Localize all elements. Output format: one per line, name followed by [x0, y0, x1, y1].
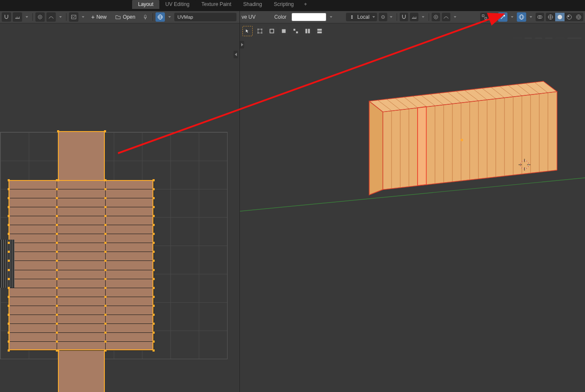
viewport-header: ve UV Color Local — [240, 11, 585, 23]
retopo-dropdown[interactable] — [490, 13, 496, 21]
vp-falloff-icon[interactable] — [442, 13, 450, 21]
vp-snap-increment-icon[interactable] — [410, 13, 418, 21]
vp-prop-edit-icon[interactable] — [432, 13, 440, 21]
shading-wireframe[interactable] — [546, 13, 555, 21]
shading-solid[interactable] — [555, 13, 565, 21]
svg-point-20 — [519, 15, 524, 20]
svg-point-25 — [558, 15, 562, 20]
gizmo-toggle-1[interactable] — [498, 12, 507, 22]
svg-rect-18 — [482, 15, 484, 17]
color-dropdown[interactable] — [328, 13, 334, 21]
shading-mode-group — [546, 13, 583, 21]
uvmap-field[interactable]: UVMap — [174, 13, 236, 21]
svg-point-27 — [568, 16, 570, 17]
gizmo-1-dropdown[interactable] — [509, 13, 515, 21]
new-image-button[interactable]: +New — [88, 13, 110, 21]
tab-scripting[interactable]: Scripting — [268, 0, 300, 9]
world-uv-icon[interactable] — [156, 12, 165, 22]
tab-layout[interactable]: Layout — [132, 0, 159, 9]
falloff-icon[interactable] — [46, 12, 56, 22]
vp-magnet-icon[interactable] — [400, 13, 408, 21]
pin-icon[interactable] — [141, 12, 150, 22]
shading-material[interactable] — [565, 13, 574, 21]
prop-edit-icon[interactable] — [35, 12, 45, 22]
svg-point-31 — [257, 29, 259, 30]
image-mode-dropdown[interactable] — [80, 13, 86, 21]
snap-increment-icon[interactable] — [13, 12, 22, 22]
color-swatch[interactable] — [291, 13, 326, 21]
svg-rect-30 — [258, 29, 262, 33]
svg-point-29 — [577, 16, 579, 18]
retopo-icon[interactable] — [480, 13, 489, 21]
svg-point-90 — [461, 139, 463, 141]
pane-collapse-handle[interactable] — [233, 51, 238, 58]
open-image-button[interactable]: Open — [112, 13, 138, 21]
world-uv-dropdown[interactable] — [167, 13, 173, 21]
svg-point-34 — [261, 32, 262, 34]
pivot-icon[interactable] — [379, 13, 387, 21]
svg-point-26 — [567, 15, 572, 20]
svg-point-32 — [261, 29, 262, 30]
workspace-tabs: Layout UV Editing Texture Paint Shading … — [0, 0, 585, 9]
gizmo-toggle-2[interactable] — [517, 12, 526, 22]
svg-rect-35 — [270, 29, 274, 33]
shading-rendered[interactable] — [574, 13, 583, 21]
svg-rect-39 — [305, 29, 307, 34]
svg-rect-42 — [317, 31, 322, 33]
viewport-3d-scene — [240, 39, 585, 392]
uv-island-bot[interactable] — [58, 350, 105, 392]
add-workspace-button[interactable]: + — [300, 0, 311, 9]
live-uv-label: ve UV — [242, 13, 259, 21]
select-mode-island2[interactable] — [303, 26, 312, 36]
svg-point-33 — [257, 32, 259, 34]
select-mode-vertex[interactable] — [255, 26, 265, 36]
svg-rect-38 — [296, 31, 298, 33]
viewport-pane: ve UV Color Local — [239, 11, 585, 392]
svg-marker-87 — [418, 106, 426, 185]
select-mode-edge[interactable] — [267, 26, 277, 36]
tab-texture-paint[interactable]: Texture Paint — [196, 0, 237, 9]
image-mode-icon[interactable] — [69, 12, 78, 22]
pane-expand-handle[interactable] — [240, 41, 244, 49]
pivot-dropdown[interactable] — [388, 13, 394, 21]
orientation-dropdown[interactable]: Local — [346, 13, 377, 21]
svg-point-17 — [435, 17, 437, 18]
viewport-canvas[interactable] — [240, 39, 585, 392]
select-tool-icon[interactable] — [242, 26, 253, 36]
svg-rect-37 — [294, 29, 295, 31]
tab-shading[interactable]: Shading — [237, 0, 268, 9]
select-mode-face[interactable] — [279, 26, 288, 36]
svg-point-28 — [576, 15, 581, 20]
magnet-icon[interactable] — [2, 12, 11, 22]
uv-canvas[interactable] — [0, 23, 239, 392]
uv-island-top[interactable] — [58, 131, 105, 180]
color-label: Color — [271, 13, 290, 21]
uv-island-mid[interactable] — [9, 180, 153, 350]
svg-point-15 — [383, 17, 383, 17]
svg-rect-19 — [485, 17, 487, 19]
uv-editor-pane: +New Open UVMap — [0, 11, 239, 392]
select-mode-island1[interactable] — [291, 26, 300, 36]
gizmo-2-dropdown[interactable] — [528, 13, 534, 21]
svg-rect-40 — [308, 29, 310, 34]
select-mode-island3[interactable] — [315, 26, 324, 36]
tab-uv-editing[interactable]: UV Editing — [159, 0, 196, 9]
svg-point-21 — [520, 15, 522, 20]
snap-dropdown[interactable] — [24, 13, 30, 21]
svg-rect-41 — [317, 29, 322, 31]
svg-marker-44 — [369, 101, 383, 195]
svg-rect-36 — [282, 29, 286, 33]
uv-island-extra[interactable] — [0, 240, 14, 288]
overlay-toggle-icon[interactable] — [536, 13, 544, 21]
vp-snap-dropdown[interactable] — [420, 13, 426, 21]
falloff-dropdown[interactable] — [58, 13, 63, 21]
uv-header: +New Open UVMap — [0, 11, 239, 23]
vp-falloff-dropdown[interactable] — [452, 13, 458, 21]
svg-point-10 — [40, 17, 41, 18]
